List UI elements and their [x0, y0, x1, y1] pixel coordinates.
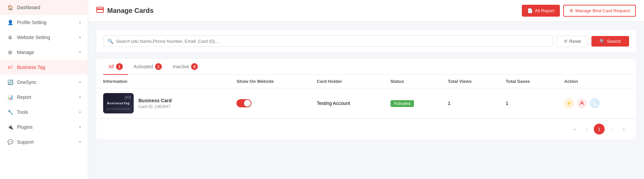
- profile-icon: 👤: [7, 19, 14, 26]
- monitor-icon: 🖥: [7, 34, 14, 41]
- main-content: Manage Cards 📄 All Report ⚙ Manage Bind …: [88, 0, 644, 179]
- search-input[interactable]: [116, 39, 549, 44]
- sidebar-label-onesync: OneSync: [17, 79, 37, 85]
- bolt-action-button[interactable]: ⚡: [564, 99, 574, 108]
- sidebar-label-profile: Profile Setting: [17, 20, 46, 25]
- tag-icon: 🏷: [7, 64, 14, 71]
- page-title-wrap: Manage Cards: [96, 7, 154, 15]
- gear-icon: ⚙: [569, 8, 573, 13]
- search-bar: 🔍 ↺ Reset 🔍 Search: [96, 30, 636, 52]
- sidebar-item-business-tag[interactable]: 🏷 Business Tag: [0, 60, 88, 75]
- card-details: Business Card Card ID: 1462647: [138, 98, 172, 109]
- pagination-last-button[interactable]: »: [618, 124, 629, 135]
- support-icon: 💬: [7, 139, 14, 145]
- home-icon: 🏠: [7, 4, 14, 11]
- page-header: Manage Cards 📄 All Report ⚙ Manage Bind …: [88, 0, 644, 22]
- tab-all[interactable]: All 1: [103, 59, 128, 75]
- card-info: ((•)) BusinessTag: [103, 93, 226, 113]
- plugins-icon: 🔌: [7, 124, 14, 130]
- chevron-icon: ▾: [79, 50, 81, 55]
- sidebar: 🏠 Dashboard 👤 Profile Setting ▾ 🖥 Websit…: [0, 0, 88, 179]
- toggle-knob: [244, 100, 251, 107]
- col-status: Status: [385, 75, 442, 88]
- cell-show-on-website: [231, 88, 311, 119]
- chevron-icon: ▾: [79, 140, 81, 144]
- cell-card-holder: Testing Account: [311, 88, 385, 119]
- sidebar-label-plugins: Plugins: [17, 124, 33, 130]
- total-saves-value: 1: [506, 101, 509, 106]
- table-header-row: Information Show On Website Card Holder …: [96, 75, 636, 88]
- sidebar-item-support[interactable]: 💬 Support ▾: [0, 135, 88, 149]
- cell-status: Activated: [385, 88, 442, 119]
- manage-icon: ⊞: [7, 49, 14, 56]
- tab-all-badge: 1: [116, 63, 123, 70]
- tabs-table-container: All 1 Activated 1 Inactive 0 Informa: [96, 59, 636, 139]
- search-btn-icon: 🔍: [600, 39, 605, 44]
- doc-action-button[interactable]: 📄: [590, 99, 600, 108]
- user-action-button[interactable]: [577, 99, 587, 108]
- chevron-icon: ▾: [79, 110, 81, 114]
- tabs-bar: All 1 Activated 1 Inactive 0: [96, 59, 636, 75]
- cell-information: ((•)) BusinessTag: [96, 88, 231, 119]
- svg-rect-1: [97, 8, 103, 10]
- page-title: Manage Cards: [107, 7, 154, 15]
- cell-action: ⚡ 📄: [559, 88, 636, 119]
- sidebar-item-profile-setting[interactable]: 👤 Profile Setting ▾: [0, 15, 88, 30]
- reset-icon: ↺: [564, 39, 567, 44]
- all-report-button[interactable]: 📄 All Report: [522, 5, 560, 17]
- sidebar-label-website: Website Setting: [17, 35, 50, 40]
- sidebar-item-manage[interactable]: ⊞ Manage ▾: [0, 45, 88, 60]
- pagination: « ‹ 1 › »: [96, 119, 636, 139]
- pagination-first-button[interactable]: «: [569, 124, 580, 135]
- card-name: Business Card: [138, 98, 172, 103]
- sidebar-label-report: Report: [17, 94, 31, 100]
- total-views-value: 1: [448, 101, 451, 106]
- show-on-website-toggle[interactable]: [236, 99, 251, 107]
- sidebar-label-tools: Tools: [17, 109, 28, 115]
- status-badge: Activated: [391, 100, 414, 107]
- cell-total-saves: 1: [500, 88, 559, 119]
- sidebar-label-business-tag: Business Tag: [17, 65, 45, 70]
- col-total-saves: Total Saves: [500, 75, 559, 88]
- tab-inactive-badge: 0: [191, 63, 198, 70]
- sidebar-item-website-setting[interactable]: 🖥 Website Setting ▾: [0, 30, 88, 45]
- col-information: Information: [96, 75, 231, 88]
- wifi-icon: ((•)): [125, 95, 131, 99]
- reset-button[interactable]: ↺ Reset: [556, 36, 588, 47]
- manage-cards-icon: [96, 7, 104, 15]
- table-wrap: Information Show On Website Card Holder …: [96, 75, 636, 139]
- col-total-views: Total Views: [442, 75, 500, 88]
- sidebar-label-support: Support: [17, 139, 34, 145]
- col-card-holder: Card Holder: [311, 75, 385, 88]
- header-buttons: 📄 All Report ⚙ Manage Bind Card Request: [522, 5, 636, 17]
- tab-activated[interactable]: Activated 1: [128, 59, 168, 75]
- card-id: Card ID: 1462647: [138, 104, 172, 109]
- card-logo: BusinessTag: [107, 102, 130, 105]
- sidebar-item-onesync[interactable]: 🔄 OneSync ▾: [0, 75, 88, 90]
- manage-bind-card-button[interactable]: ⚙ Manage Bind Card Request: [563, 5, 636, 17]
- action-icons: ⚡ 📄: [564, 99, 630, 108]
- card-holder-name: Testing Account: [317, 101, 350, 106]
- sidebar-label-manage: Manage: [17, 50, 34, 55]
- cards-table: Information Show On Website Card Holder …: [96, 75, 636, 119]
- sidebar-item-report[interactable]: 📊 Report ▾: [0, 90, 88, 105]
- content-area: 🔍 ↺ Reset 🔍 Search All 1 Activated: [88, 22, 644, 147]
- chevron-icon: ▾: [79, 95, 81, 100]
- pagination-page-1-button[interactable]: 1: [594, 124, 605, 135]
- tools-icon: 🔧: [7, 109, 14, 115]
- report-icon: 📊: [7, 94, 14, 101]
- sidebar-label-dashboard: Dashboard: [17, 5, 40, 10]
- cell-total-views: 1: [442, 88, 500, 119]
- sidebar-item-dashboard[interactable]: 🏠 Dashboard: [0, 0, 88, 15]
- pagination-prev-button[interactable]: ‹: [582, 124, 592, 135]
- search-input-wrap[interactable]: 🔍: [103, 35, 553, 47]
- card-thumbnail: ((•)) BusinessTag: [103, 93, 134, 113]
- sidebar-item-tools[interactable]: 🔧 Tools ▾: [0, 105, 88, 120]
- sidebar-item-plugins[interactable]: 🔌 Plugins ▾: [0, 120, 88, 135]
- sync-icon: 🔄: [7, 79, 14, 86]
- pagination-next-button[interactable]: ›: [606, 124, 617, 135]
- tab-activated-badge: 1: [155, 63, 162, 70]
- col-action: Action: [559, 75, 636, 88]
- search-button[interactable]: 🔍 Search: [591, 36, 629, 47]
- tab-inactive[interactable]: Inactive 0: [167, 59, 203, 75]
